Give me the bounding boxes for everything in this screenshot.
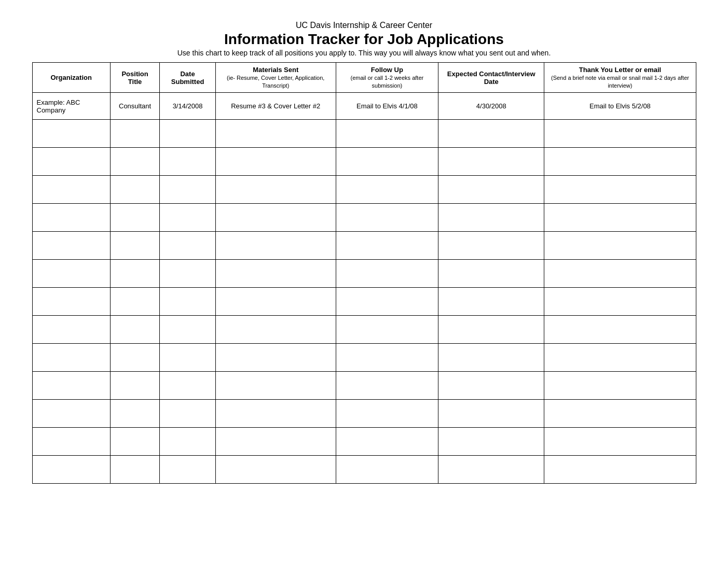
empty-cell [438,120,544,148]
empty-cell [32,204,110,232]
empty-cell [160,428,215,456]
empty-cell [32,344,110,372]
empty-cell [160,400,215,428]
empty-cell [215,316,336,344]
empty-cell [336,400,438,428]
table-row [32,288,696,316]
subtitle: Use this chart to keep track of all posi… [32,49,696,57]
empty-cell [215,120,336,148]
table-row [32,148,696,176]
empty-cell [32,316,110,344]
empty-cell [215,428,336,456]
empty-cell [160,260,215,288]
empty-cell [160,316,215,344]
empty-cell [160,344,215,372]
empty-cell [438,176,544,204]
empty-cell [336,428,438,456]
col-position-title: Position Title [110,63,159,93]
empty-cell [544,316,696,344]
example-contact: 4/30/2008 [438,93,544,120]
empty-cell [336,456,438,484]
empty-cell [336,260,438,288]
empty-cell [438,456,544,484]
empty-cell [215,344,336,372]
empty-cell [544,204,696,232]
empty-cell [110,120,159,148]
table-row [32,232,696,260]
empty-cell [110,400,159,428]
empty-cell [336,120,438,148]
page-container: UC Davis Internship & Career Center Info… [27,10,702,494]
main-title: Information Tracker for Job Applications [32,31,696,48]
empty-cell [110,176,159,204]
empty-cell [160,456,215,484]
empty-cell [438,232,544,260]
empty-cell [32,148,110,176]
example-date: 3/14/2008 [160,93,215,120]
table-row [32,316,696,344]
empty-cell [336,148,438,176]
empty-cell [160,232,215,260]
empty-cell [215,372,336,400]
empty-cell [160,288,215,316]
empty-cell [336,232,438,260]
empty-cell [544,428,696,456]
empty-cell [215,400,336,428]
empty-cell [32,120,110,148]
empty-cell [110,456,159,484]
example-org: Example: ABC Company [32,93,110,120]
example-row: Example: ABC Company Consultant 3/14/200… [32,93,696,120]
empty-cell [215,260,336,288]
empty-cell [110,372,159,400]
table-row [32,428,696,456]
col-expected-contact: Expected Contact/Interview Date [438,63,544,93]
empty-cell [544,456,696,484]
empty-cell [215,204,336,232]
empty-cell [336,204,438,232]
empty-cell [32,232,110,260]
example-followup: Email to Elvis 4/1/08 [336,93,438,120]
col-organization: Organization [32,63,110,93]
empty-cell [110,204,159,232]
empty-cell [438,288,544,316]
empty-cell [544,176,696,204]
empty-cell [215,176,336,204]
empty-cell [336,316,438,344]
empty-cell [544,400,696,428]
center-name: UC Davis Internship & Career Center [32,21,696,30]
empty-cell [32,372,110,400]
empty-cell [110,344,159,372]
empty-cell [544,232,696,260]
empty-cell [336,344,438,372]
empty-cell [438,260,544,288]
table-row [32,372,696,400]
table-row [32,344,696,372]
empty-cell [215,232,336,260]
col-thank-you: Thank You Letter or email (Send a brief … [544,63,696,93]
example-thankyou: Email to Elvis 5/2/08 [544,93,696,120]
empty-cell [32,288,110,316]
empty-cell [438,428,544,456]
empty-cell [438,344,544,372]
example-position: Consultant [110,93,159,120]
empty-cell [32,260,110,288]
empty-cell [438,400,544,428]
empty-cell [160,148,215,176]
empty-cell [160,176,215,204]
example-materials: Resume #3 & Cover Letter #2 [215,93,336,120]
table-row [32,456,696,484]
empty-cell [336,288,438,316]
table-row [32,260,696,288]
table-row [32,176,696,204]
table-row [32,204,696,232]
empty-cell [544,372,696,400]
empty-cell [438,148,544,176]
empty-cell [110,148,159,176]
empty-cell [215,456,336,484]
empty-cell [32,400,110,428]
header-row: Organization Position Title Date Submitt… [32,63,696,93]
header-section: UC Davis Internship & Career Center Info… [32,21,696,57]
empty-cell [544,288,696,316]
empty-cell [336,176,438,204]
empty-cell [215,148,336,176]
